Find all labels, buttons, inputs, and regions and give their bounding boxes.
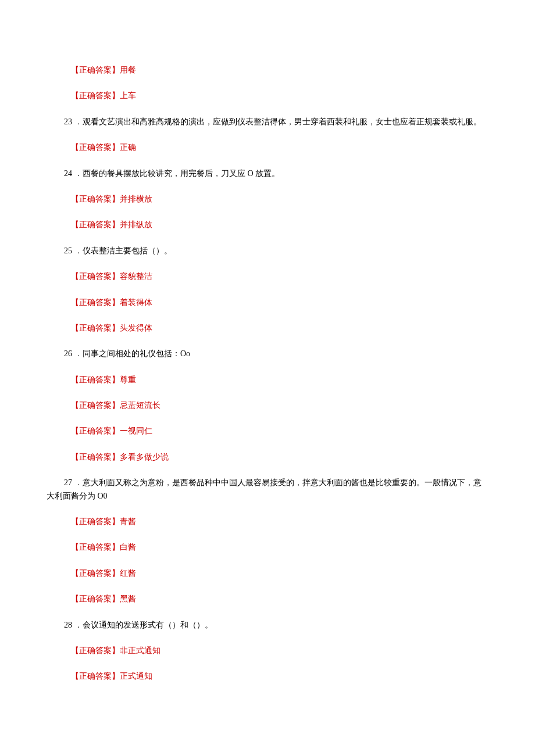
answer-item: 【正确答案】并排横放 xyxy=(47,193,488,206)
answer-label: 【正确答案】 xyxy=(71,66,120,74)
answer-label: 【正确答案】 xyxy=(71,594,120,603)
answer-item: 【正确答案】黑酱 xyxy=(47,593,488,605)
answer-label: 【正确答案】 xyxy=(71,272,120,281)
answer-item: 【正确答案】忌蜚短流长 xyxy=(47,399,488,412)
answer-item: 【正确答案】着装得体 xyxy=(47,296,488,309)
answer-text: 白酱 xyxy=(120,543,136,551)
question-text: ．会议通知的发送形式有（）和（）。 xyxy=(74,621,213,629)
question-item: 25．仪表整洁主要包括（）。 xyxy=(47,245,488,257)
answer-item: 【正确答案】多看多做少说 xyxy=(47,451,488,464)
answer-label: 【正确答案】 xyxy=(71,143,120,152)
answer-label: 【正确答案】 xyxy=(71,91,120,100)
answer-label: 【正确答案】 xyxy=(71,569,120,578)
answer-item: 【正确答案】正确 xyxy=(47,141,488,154)
answer-item: 【正确答案】容貌整洁 xyxy=(47,270,488,283)
question-text: ．同事之间相处的礼仪包括：Oo xyxy=(74,349,190,358)
answer-text: 正式通知 xyxy=(120,672,152,680)
answer-text: 头发得体 xyxy=(120,324,152,332)
answer-item: 【正确答案】一视同仁 xyxy=(47,425,488,438)
answer-text: 青酱 xyxy=(120,517,136,526)
answer-item: 【正确答案】头发得体 xyxy=(47,322,488,335)
answer-text: 用餐 xyxy=(120,66,136,74)
answer-label: 【正确答案】 xyxy=(71,646,120,655)
answer-label: 【正确答案】 xyxy=(71,401,120,410)
answer-item: 【正确答案】正式通知 xyxy=(47,670,488,683)
answer-label: 【正确答案】 xyxy=(71,543,120,551)
answer-label: 【正确答案】 xyxy=(71,427,120,435)
question-number: 28 xyxy=(64,621,72,629)
answer-text: 尊重 xyxy=(120,375,136,384)
answer-text: 并排横放 xyxy=(120,195,152,203)
question-number: 23 xyxy=(64,117,72,126)
question-text: ．西餐的餐具摆放比较讲究，用完餐后，刀叉应 O 放置。 xyxy=(74,169,280,178)
answer-label: 【正确答案】 xyxy=(71,324,120,332)
question-text: ．观看文艺演出和高雅高规格的演出，应做到仪表整洁得体，男士穿着西装和礼服，女士也… xyxy=(74,117,482,126)
question-item: 23．观看文艺演出和高雅高规格的演出，应做到仪表整洁得体，男士穿着西装和礼服，女… xyxy=(47,116,488,128)
answer-label: 【正确答案】 xyxy=(71,453,120,461)
answer-text: 多看多做少说 xyxy=(120,453,169,461)
answer-item: 【正确答案】青酱 xyxy=(47,515,488,528)
question-item: 28．会议通知的发送形式有（）和（）。 xyxy=(47,619,488,632)
question-number: 25 xyxy=(64,246,72,255)
answer-item: 【正确答案】用餐 xyxy=(47,64,488,77)
question-number: 27 xyxy=(64,478,72,487)
question-item: 27．意大利面又称之为意粉，是西餐品种中中国人最容易接受的，拌意大利面的酱也是比… xyxy=(47,476,488,503)
answer-item: 【正确答案】白酱 xyxy=(47,541,488,554)
question-number: 24 xyxy=(64,169,72,178)
answer-label: 【正确答案】 xyxy=(71,517,120,526)
question-text: ．意大利面又称之为意粉，是西餐品种中中国人最容易接受的，拌意大利面的酱也是比较重… xyxy=(47,478,482,500)
answer-label: 【正确答案】 xyxy=(71,220,120,229)
question-item: 24．西餐的餐具摆放比较讲究，用完餐后，刀叉应 O 放置。 xyxy=(47,167,488,180)
answer-text: 正确 xyxy=(120,143,136,152)
question-item: 26．同事之间相处的礼仪包括：Oo xyxy=(47,347,488,360)
answer-text: 容貌整洁 xyxy=(120,272,152,281)
answer-label: 【正确答案】 xyxy=(71,298,120,307)
document-content: 【正确答案】用餐 【正确答案】上车 23．观看文艺演出和高雅高规格的演出，应做到… xyxy=(47,64,488,683)
answer-label: 【正确答案】 xyxy=(71,195,120,203)
answer-text: 红酱 xyxy=(120,569,136,578)
answer-text: 忌蜚短流长 xyxy=(120,401,160,410)
question-number: 26 xyxy=(64,349,72,358)
answer-label: 【正确答案】 xyxy=(71,375,120,384)
answer-text: 一视同仁 xyxy=(120,427,152,435)
answer-label: 【正确答案】 xyxy=(71,672,120,680)
answer-item: 【正确答案】并排纵放 xyxy=(47,218,488,231)
answer-text: 上车 xyxy=(120,91,136,100)
answer-item: 【正确答案】非正式通知 xyxy=(47,644,488,657)
answer-text: 并排纵放 xyxy=(120,220,152,229)
answer-text: 黑酱 xyxy=(120,594,136,603)
question-text: ．仪表整洁主要包括（）。 xyxy=(74,246,172,255)
answer-item: 【正确答案】上车 xyxy=(47,89,488,102)
answer-item: 【正确答案】尊重 xyxy=(47,374,488,386)
answer-text: 着装得体 xyxy=(120,298,152,307)
answer-text: 非正式通知 xyxy=(120,646,160,655)
answer-item: 【正确答案】红酱 xyxy=(47,567,488,580)
